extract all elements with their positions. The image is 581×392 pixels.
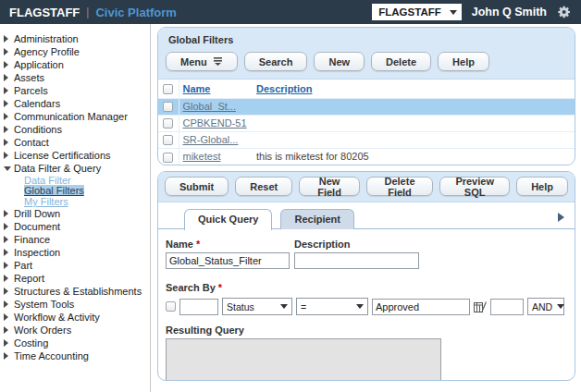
- sidebar-item-parcels[interactable]: Parcels: [4, 84, 150, 97]
- sidebar-item-system-tools[interactable]: System Tools: [4, 298, 150, 311]
- table-row[interactable]: miketest this is miketest for 80205: [158, 148, 575, 165]
- filter-name-link[interactable]: miketest: [183, 151, 221, 162]
- filter-name-link[interactable]: Global_St...: [183, 101, 236, 112]
- value-picker-icon[interactable]: [474, 300, 487, 313]
- submit-button[interactable]: Submit: [165, 177, 229, 196]
- sidebar-item-license-certifications[interactable]: License Certifications: [4, 149, 150, 162]
- description-input[interactable]: [294, 252, 419, 269]
- collapsed-arrow-icon[interactable]: [4, 287, 12, 295]
- row-checkbox[interactable]: [163, 102, 173, 112]
- detail-help-button[interactable]: Help: [516, 177, 568, 196]
- search-button[interactable]: Search: [244, 52, 308, 71]
- row-checkbox[interactable]: [163, 135, 173, 145]
- required-asterisk: *: [218, 282, 222, 293]
- sidebar-item-report[interactable]: Report: [4, 272, 150, 285]
- filter-name-link[interactable]: CPBKEND-51: [183, 117, 247, 129]
- reset-button[interactable]: Reset: [235, 177, 292, 196]
- collapsed-arrow-icon[interactable]: [4, 338, 12, 347]
- collapsed-arrow-icon[interactable]: [4, 100, 12, 108]
- collapsed-arrow-icon[interactable]: [4, 35, 12, 43]
- collapsed-arrow-icon[interactable]: [4, 48, 12, 56]
- filter-detail-panel: Submit Reset New Field Delete Field Prev…: [157, 171, 575, 381]
- sidebar-item-structures-establishments[interactable]: Structures & Establishments: [4, 285, 150, 298]
- sidebar-item-administration[interactable]: Administration: [4, 32, 150, 45]
- sidebar-item-conditions[interactable]: Conditions: [4, 123, 150, 136]
- collapsed-arrow-icon[interactable]: [4, 261, 12, 269]
- conjunction-select[interactable]: AND: [527, 298, 564, 315]
- collapsed-arrow-icon[interactable]: [4, 113, 12, 121]
- menu-dropdown-icon: [213, 57, 223, 66]
- collapsed-arrow-icon[interactable]: [4, 139, 12, 147]
- sidebar-item-application[interactable]: Application: [4, 58, 150, 71]
- name-column-sort-link[interactable]: Name: [183, 83, 211, 94]
- menu-button[interactable]: Menu: [166, 52, 238, 71]
- collapsed-arrow-icon[interactable]: [4, 222, 12, 230]
- delete-field-button[interactable]: Delete Field: [366, 177, 433, 196]
- expanded-arrow-icon[interactable]: [4, 165, 12, 173]
- row-checkbox[interactable]: [163, 153, 173, 163]
- header-right: FLAGSTAFF John Q Smith: [372, 4, 572, 20]
- required-asterisk: *: [196, 239, 200, 250]
- collapsed-arrow-icon[interactable]: [4, 126, 12, 134]
- sidebar-nav: Administration Agency Profile Applicatio…: [0, 24, 151, 392]
- table-row[interactable]: Global_St...: [158, 98, 575, 115]
- sidebar-item-communication-manager[interactable]: Communication Manager: [4, 110, 150, 123]
- sidebar-item-finance[interactable]: Finance: [4, 233, 150, 246]
- collapsed-arrow-icon[interactable]: [4, 74, 12, 82]
- sidebar-item-agency-profile[interactable]: Agency Profile: [4, 45, 150, 58]
- resulting-query-textarea[interactable]: [166, 338, 441, 381]
- collapsed-arrow-icon[interactable]: [4, 300, 12, 308]
- collapsed-arrow-icon[interactable]: [4, 61, 12, 69]
- agency-selector-dropdown[interactable]: FLAGSTAFF: [372, 4, 462, 20]
- name-input[interactable]: [166, 252, 290, 269]
- sidebar-subitem-global-filters[interactable]: Global Filters: [24, 186, 150, 197]
- criteria-secondary-input[interactable]: [490, 299, 524, 315]
- collapsed-arrow-icon[interactable]: [4, 235, 12, 243]
- collapsed-arrow-icon[interactable]: [4, 274, 12, 282]
- table-row[interactable]: CPBKEND-51: [158, 115, 575, 131]
- collapsed-arrow-icon[interactable]: [4, 209, 12, 217]
- help-button[interactable]: Help: [438, 52, 489, 71]
- sidebar-item-work-orders[interactable]: Work Orders: [4, 324, 150, 337]
- collapsed-arrow-icon[interactable]: [4, 248, 12, 256]
- sidebar-item-data-filter-query[interactable]: Data Filter & Query: [4, 162, 150, 175]
- filter-name-link[interactable]: SR-Global...: [183, 134, 239, 145]
- operator-select[interactable]: =: [296, 298, 368, 315]
- sidebar-item-document[interactable]: Document: [4, 220, 150, 233]
- new-button[interactable]: New: [314, 52, 365, 71]
- sidebar-subitem-my-filters[interactable]: My Filters: [24, 196, 150, 207]
- preview-sql-button[interactable]: Preview SQL: [439, 177, 510, 196]
- sidebar-item-drill-down[interactable]: Drill Down: [4, 207, 150, 220]
- sidebar-subitem-data-filter[interactable]: Data Filter: [24, 175, 150, 186]
- collapsed-arrow-icon[interactable]: [4, 351, 12, 360]
- collapsed-arrow-icon[interactable]: [4, 152, 12, 160]
- list-toolbar: Menu Search New Delete Help: [166, 52, 567, 71]
- sidebar-item-time-accounting[interactable]: Time Accounting: [4, 349, 150, 362]
- collapsed-arrow-icon[interactable]: [4, 87, 12, 95]
- sidebar-item-contact[interactable]: Contact: [4, 136, 150, 149]
- sidebar-item-assets[interactable]: Assets: [4, 71, 150, 84]
- tab-recipient[interactable]: Recipient: [280, 209, 354, 229]
- collapsed-arrow-icon[interactable]: [4, 312, 12, 321]
- table-row[interactable]: SR-Global...: [158, 131, 575, 148]
- description-column-sort-link[interactable]: Description: [256, 83, 313, 94]
- settings-gear-icon[interactable]: [557, 5, 572, 19]
- sidebar-item-inspection[interactable]: Inspection: [4, 246, 150, 259]
- sidebar-item-part[interactable]: Part: [4, 259, 150, 272]
- row-checkbox[interactable]: [163, 118, 173, 129]
- criteria-order-input[interactable]: [179, 299, 218, 315]
- collapsed-arrow-icon[interactable]: [4, 325, 12, 334]
- sidebar-item-costing[interactable]: Costing: [4, 337, 150, 349]
- user-name[interactable]: John Q Smith: [472, 6, 547, 18]
- criteria-value-input[interactable]: [372, 299, 470, 315]
- delete-button[interactable]: Delete: [371, 52, 431, 71]
- criteria-checkbox[interactable]: [166, 301, 176, 312]
- sidebar-item-workflow-activity[interactable]: Workflow & Activity: [4, 311, 150, 324]
- tab-scroll-right-icon[interactable]: [558, 213, 567, 224]
- column-select[interactable]: Status: [222, 298, 292, 315]
- tab-quick-query[interactable]: Quick Query: [184, 209, 272, 230]
- select-all-checkbox[interactable]: [163, 84, 173, 94]
- sidebar-item-calendars[interactable]: Calendars: [4, 97, 150, 110]
- search-by-label-row: Search By *: [166, 282, 567, 293]
- new-field-button[interactable]: New Field: [299, 177, 360, 196]
